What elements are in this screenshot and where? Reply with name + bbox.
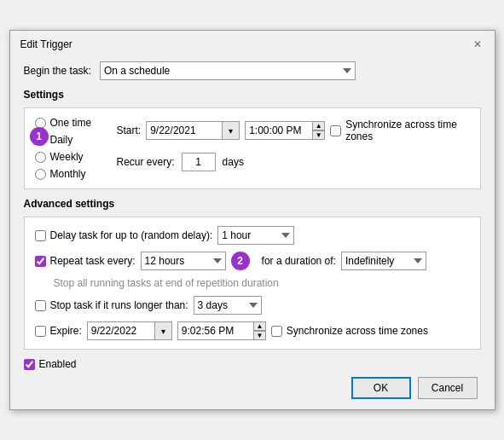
settings-inner: One time Daily 1 Weekly Monthly: [35, 117, 470, 180]
radio-weekly-input[interactable]: [35, 152, 46, 163]
for-duration-group: for a duration of: Indefinitely 1 hour 1…: [262, 252, 426, 270]
stop-longer-check-label: Stop task if it runs longer than:: [35, 299, 188, 311]
badge-1: 1: [30, 127, 49, 146]
repeat-check-label: Repeat task every:: [35, 255, 136, 267]
settings-section-label: Settings: [24, 89, 481, 101]
expire-date-input[interactable]: [87, 321, 155, 340]
delay-label: Delay task for up to (random delay):: [50, 229, 213, 241]
settings-right: Start: ▾ ▲ ▼: [117, 117, 470, 180]
time-group: ▲ ▼: [245, 121, 325, 140]
begin-task-dropdown[interactable]: On a schedule At log on At startup On id…: [100, 61, 356, 80]
recur-label: Recur every:: [117, 156, 175, 168]
radio-monthly-label: Monthly: [50, 168, 86, 180]
radio-group: One time Daily 1 Weekly Monthly: [35, 117, 103, 180]
radio-daily: Daily 1: [35, 134, 103, 146]
expire-row: Expire: ▾ ▲ ▼ Synchronize across time zo…: [35, 321, 470, 340]
radio-monthly-input[interactable]: [35, 169, 46, 180]
start-label: Start:: [117, 124, 142, 136]
dialog-body: Begin the task: On a schedule At log on …: [10, 55, 495, 409]
expire-check-label: Expire:: [35, 325, 82, 337]
stop-longer-checkbox[interactable]: [35, 300, 46, 311]
start-date-picker-btn[interactable]: ▾: [223, 121, 240, 140]
close-button[interactable]: ✕: [471, 38, 484, 51]
time-spin-down[interactable]: ▼: [313, 130, 325, 140]
repeat-task-row: Repeat task every: 12 hours 1 hour 30 mi…: [35, 252, 470, 270]
radio-one-time-label: One time: [50, 117, 92, 129]
advanced-box: Delay task for up to (random delay): 1 h…: [24, 217, 481, 350]
delay-checkbox[interactable]: [35, 230, 46, 241]
repeat-dropdown[interactable]: 12 hours 1 hour 30 minutes 1 day: [141, 252, 226, 270]
cancel-button[interactable]: Cancel: [418, 377, 478, 399]
begin-task-row: Begin the task: On a schedule At log on …: [24, 61, 481, 80]
radio-weekly: Weekly: [35, 151, 103, 163]
time-spin-up[interactable]: ▲: [313, 121, 325, 130]
expire-time-spin-group: ▲ ▼: [254, 321, 266, 340]
expire-sync-checkbox[interactable]: [271, 326, 282, 337]
expire-sync-check: Synchronize across time zones: [271, 325, 428, 337]
begin-task-label: Begin the task:: [24, 65, 91, 77]
expire-time-spin-up[interactable]: ▲: [254, 321, 266, 331]
badge-2: 2: [231, 252, 250, 270]
enabled-checkbox[interactable]: [24, 359, 35, 370]
delay-task-row: Delay task for up to (random delay): 1 h…: [35, 226, 470, 245]
expire-date-picker-btn[interactable]: ▾: [155, 321, 172, 340]
stop-longer-row: Stop task if it runs longer than: 3 days…: [35, 296, 470, 315]
repeat-checkbox[interactable]: [35, 256, 46, 267]
enabled-row: Enabled: [24, 358, 481, 370]
repeat-label: Repeat task every:: [50, 255, 136, 267]
edit-trigger-dialog: Edit Trigger ✕ Begin the task: On a sche…: [9, 30, 495, 410]
start-date-input[interactable]: [146, 121, 223, 140]
expire-time-input[interactable]: [177, 321, 254, 340]
settings-box: One time Daily 1 Weekly Monthly: [24, 107, 481, 189]
for-duration-label: for a duration of:: [262, 255, 336, 267]
start-time-input[interactable]: [245, 121, 313, 140]
stop-running-label: Stop all running tasks at end of repetit…: [54, 277, 470, 289]
expire-checkbox[interactable]: [35, 326, 46, 337]
sync-label: Synchronize across time zones: [345, 119, 469, 142]
expire-time-spin-down[interactable]: ▼: [254, 331, 266, 340]
advanced-section-label: Advanced settings: [24, 198, 481, 210]
radio-daily-label: Daily: [50, 134, 73, 146]
expire-sync-label: Synchronize across time zones: [287, 325, 428, 337]
expire-time-group: ▲ ▼: [177, 321, 266, 340]
expire-date-group: ▾: [87, 321, 172, 340]
delay-check-label: Delay task for up to (random delay):: [35, 229, 213, 241]
radio-monthly: Monthly: [35, 168, 103, 180]
ok-button[interactable]: OK: [351, 377, 411, 399]
sync-checkbox[interactable]: [330, 125, 341, 136]
stop-longer-label: Stop task if it runs longer than:: [50, 299, 188, 311]
recur-value-input[interactable]: [182, 153, 216, 171]
buttons-row: OK Cancel: [24, 377, 481, 399]
recur-row: Recur every: days: [117, 153, 470, 171]
delay-dropdown[interactable]: 1 hour 30 minutes 1 day: [217, 226, 294, 245]
radio-weekly-label: Weekly: [50, 151, 84, 163]
recur-unit: days: [223, 156, 244, 168]
for-duration-dropdown[interactable]: Indefinitely 1 hour 12 hours 1 day: [341, 252, 426, 270]
stop-longer-dropdown[interactable]: 3 days 1 hour 1 day: [194, 296, 262, 315]
title-bar: Edit Trigger ✕: [10, 31, 495, 55]
radio-one-time: One time: [35, 117, 103, 129]
expire-label: Expire:: [50, 325, 82, 337]
date-group: ▾: [146, 121, 240, 140]
sync-check: Synchronize across time zones: [330, 119, 469, 142]
enabled-label: Enabled: [39, 358, 77, 370]
time-spin-group: ▲ ▼: [313, 121, 325, 140]
dialog-title: Edit Trigger: [20, 38, 72, 50]
start-row: Start: ▾ ▲ ▼: [117, 119, 470, 142]
